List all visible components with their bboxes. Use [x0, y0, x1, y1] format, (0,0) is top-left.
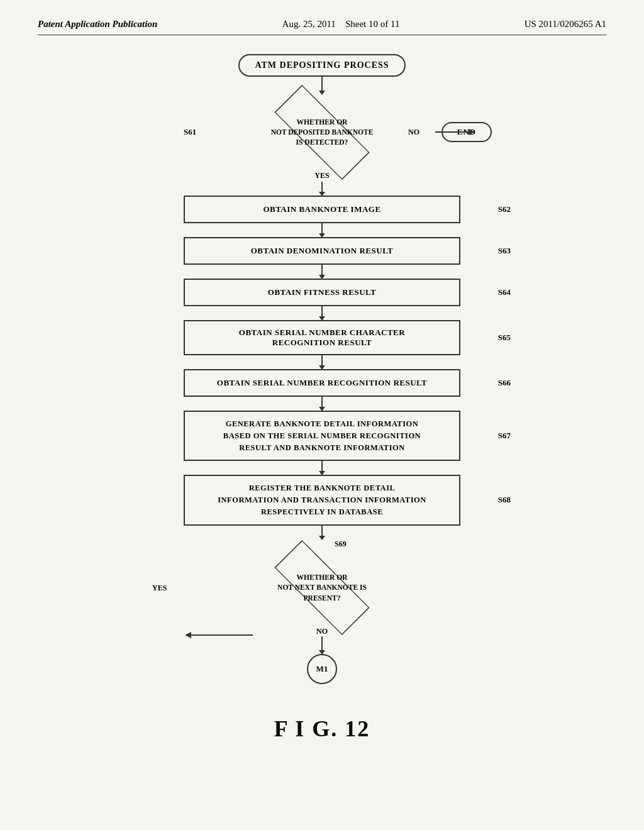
arrow-8 — [321, 461, 323, 475]
s69-row: YES WHETHER ORNOT NEXT BANKNOTE ISPRESEN… — [102, 550, 542, 626]
header: Patent Application Publication Aug. 25, … — [38, 19, 606, 35]
s67-label: S67 — [498, 431, 511, 441]
start-node: ATM DEPOSITING PROCESS — [238, 54, 405, 77]
s69-diamond-wrapper: WHETHER ORNOT NEXT BANKNOTE ISPRESENT? — [253, 550, 391, 626]
s65-wrapper: OBTAIN SERIAL NUMBER CHARACTERRECOGNITIO… — [184, 320, 460, 355]
arrow-6 — [321, 355, 323, 369]
arrow-10 — [321, 636, 323, 654]
arrow-1 — [321, 77, 323, 94]
s69-diamond-text: WHETHER ORNOT NEXT BANKNOTE ISPRESENT? — [277, 572, 367, 602]
yes-label-s61: YES — [314, 171, 329, 180]
s65-node: OBTAIN SERIAL NUMBER CHARACTERRECOGNITIO… — [184, 320, 460, 355]
s68-label: S68 — [498, 495, 511, 505]
m1-node: M1 — [307, 654, 337, 684]
arrow-5 — [321, 306, 323, 320]
s67-node: GENERATE BANKNOTE DETAIL INFORMATIONBASE… — [184, 411, 460, 461]
s68-wrapper: REGISTER THE BANKNOTE DETAILINFORMATION … — [184, 475, 460, 525]
s69-label: S69 — [335, 540, 347, 549]
arrow-to-end-svg — [366, 94, 492, 170]
s67-wrapper: GENERATE BANKNOTE DETAIL INFORMATIONBASE… — [184, 411, 460, 461]
arrow-3 — [321, 223, 323, 237]
patent-publication-label: Patent Application Publication — [38, 19, 157, 30]
yes-label-s69: YES — [152, 583, 167, 592]
arrow-9 — [321, 526, 323, 540]
s65-label: S65 — [498, 333, 511, 343]
s61-label: S61 — [184, 127, 196, 137]
start-node-wrapper: ATM DEPOSITING PROCESS — [238, 54, 405, 77]
s66-node: OBTAIN SERIAL NUMBER RECOGNITION RESULT — [184, 369, 460, 397]
s62-label: S62 — [498, 204, 511, 214]
s62-node: OBTAIN BANKNOTE IMAGE — [184, 196, 460, 223]
s63-wrapper: OBTAIN DENOMINATION RESULT S63 — [184, 237, 460, 265]
s64-node: OBTAIN FITNESS RESULT — [184, 279, 460, 306]
s61-diamond-text: WHETHER ORNOT DEPOSITED BANKNOTEIS DETEC… — [271, 117, 374, 147]
s68-node: REGISTER THE BANKNOTE DETAILINFORMATION … — [184, 475, 460, 525]
svg-marker-1 — [469, 129, 475, 135]
s63-label: S63 — [498, 246, 511, 256]
s63-node: OBTAIN DENOMINATION RESULT — [184, 237, 460, 265]
s66-label: S66 — [498, 378, 511, 388]
s62-wrapper: OBTAIN BANKNOTE IMAGE S62 — [184, 196, 460, 223]
arrow-2 — [321, 182, 323, 196]
flowchart: ATM DEPOSITING PROCESS S61 WHETHER ORNOT… — [38, 54, 606, 742]
s66-wrapper: OBTAIN SERIAL NUMBER RECOGNITION RESULT … — [184, 369, 460, 397]
no-label-s69: NO — [316, 627, 328, 636]
s61-row: S61 WHETHER ORNOT DEPOSITED BANKNOTEIS D… — [133, 94, 511, 170]
patent-number-label: US 2011/0206265 A1 — [525, 19, 606, 30]
date-sheet-label: Aug. 25, 2011 Sheet 10 of 11 — [282, 19, 400, 30]
arrow-4 — [321, 265, 323, 279]
s64-label: S64 — [498, 287, 511, 297]
s64-wrapper: OBTAIN FITNESS RESULT S64 — [184, 279, 460, 306]
arrow-7 — [321, 397, 323, 411]
page: Patent Application Publication Aug. 25, … — [0, 0, 644, 830]
figure-caption: F I G. 12 — [274, 716, 370, 742]
